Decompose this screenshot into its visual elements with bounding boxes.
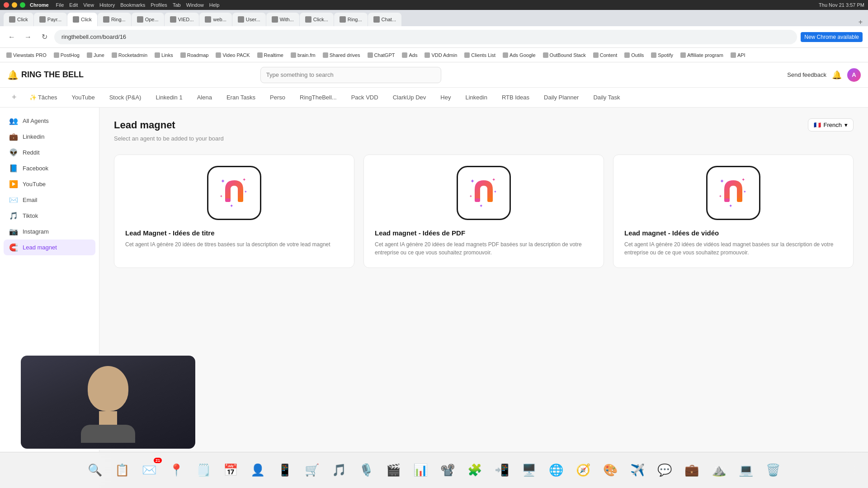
sidebar-item-leadmagnet[interactable]: 🧲 Lead magnet bbox=[4, 239, 95, 255]
bm-links[interactable]: Links bbox=[152, 51, 176, 59]
nav-tab-linkedin1[interactable]: Linkedin 1 bbox=[149, 91, 189, 103]
new-chrome-button[interactable]: New Chrome available bbox=[801, 32, 863, 42]
notifications-button[interactable]: 🔔 bbox=[832, 70, 842, 80]
dock-mail[interactable]: ✉️21 bbox=[137, 459, 161, 482]
bm-ads[interactable]: Ads bbox=[399, 51, 420, 59]
menu-history[interactable]: History bbox=[99, 2, 115, 8]
maximize-btn[interactable] bbox=[20, 2, 25, 8]
bm-content[interactable]: Content bbox=[590, 51, 620, 59]
tab-item-6[interactable]: VIED... bbox=[165, 13, 199, 26]
sidebar-item-reddit[interactable]: 👽 Reddit bbox=[4, 145, 95, 160]
forward-button[interactable]: → bbox=[22, 31, 34, 43]
nav-tab-clarkupdev[interactable]: ClarkUp Dev bbox=[387, 91, 433, 103]
nav-tab-alena[interactable]: Alena bbox=[191, 91, 218, 103]
dock-figma[interactable]: 🎨 bbox=[599, 459, 622, 482]
avatar[interactable]: A bbox=[847, 68, 861, 82]
dock-launchpad[interactable]: 📋 bbox=[110, 459, 134, 482]
agent-card-title-ideas[interactable]: ✦ ✦ ✦ ✦ ✦ bbox=[114, 155, 354, 268]
close-btn[interactable] bbox=[4, 2, 9, 8]
bm-videopack[interactable]: Video PACK bbox=[213, 51, 252, 59]
reload-button[interactable]: ↻ bbox=[38, 31, 51, 43]
tab-item-9[interactable]: With... bbox=[266, 13, 299, 26]
menu-help[interactable]: Help bbox=[209, 2, 220, 8]
dock-screenflow[interactable]: 🖥️ bbox=[517, 459, 541, 482]
bm-brainfm[interactable]: brain.fm bbox=[288, 51, 318, 59]
tab-item-4[interactable]: Ring... bbox=[98, 13, 131, 26]
bm-posthog[interactable]: PostHog bbox=[51, 51, 82, 59]
tab-item-11[interactable]: Ring... bbox=[334, 13, 368, 26]
sidebar-item-facebook[interactable]: 📘 Facebook bbox=[4, 160, 95, 176]
app-logo[interactable]: 🔔 RING THE BELL bbox=[7, 70, 84, 80]
bm-outbound[interactable]: OutBound Stack bbox=[540, 51, 589, 59]
nav-tab-dailytask[interactable]: Daily Task bbox=[587, 91, 626, 103]
nav-tab-hey[interactable]: Hey bbox=[434, 91, 457, 103]
dock-applewatch[interactable]: 📱 bbox=[273, 459, 297, 482]
nav-tab-packvdd[interactable]: Pack VDD bbox=[345, 91, 385, 103]
menu-profiles[interactable]: Profiles bbox=[151, 2, 167, 8]
bm-api[interactable]: API bbox=[728, 51, 748, 59]
sidebar-item-tiktok[interactable]: 🎵 Tiktok bbox=[4, 208, 95, 224]
tab-item-10[interactable]: Click... bbox=[300, 13, 334, 26]
dock-finder[interactable]: 🔍 bbox=[83, 459, 107, 482]
dock-simulator[interactable]: 📲 bbox=[490, 459, 514, 482]
agent-card-pdf-ideas[interactable]: ✦ ✦ ✦ ✦ ✦ bbox=[363, 155, 604, 268]
nav-tab-erantasks[interactable]: Eran Tasks bbox=[220, 91, 262, 103]
dock-numbers[interactable]: 📊 bbox=[409, 459, 432, 482]
language-selector[interactable]: 🇫🇷 French ▾ bbox=[808, 118, 854, 131]
dock-maps[interactable]: 📍 bbox=[165, 459, 188, 482]
nav-tab-stock[interactable]: Stock (P&A) bbox=[103, 91, 148, 103]
bm-rocketadmin[interactable]: Rocketadmin bbox=[109, 51, 150, 59]
dock-slack[interactable]: 💼 bbox=[680, 459, 703, 482]
sidebar-item-linkedin[interactable]: 💼 Linkedin bbox=[4, 129, 95, 145]
dock-podcasts[interactable]: 🎙️ bbox=[354, 459, 378, 482]
minimize-btn[interactable] bbox=[12, 2, 17, 8]
dock-notes[interactable]: 🗒️ bbox=[192, 459, 215, 482]
nav-tab-taches[interactable]: ✨ Tâches bbox=[23, 91, 64, 103]
dock-appstore[interactable]: 🛒 bbox=[300, 459, 324, 482]
bm-vddadmin[interactable]: VDD Admin bbox=[422, 51, 460, 59]
tab-item-5[interactable]: Ope... bbox=[132, 13, 164, 26]
bm-clients[interactable]: Clients List bbox=[462, 51, 498, 59]
sidebar-item-youtube[interactable]: ▶️ YouTube bbox=[4, 176, 95, 192]
bm-spotify[interactable]: Spotify bbox=[648, 51, 676, 59]
add-board-button[interactable]: + bbox=[7, 90, 21, 105]
nav-tab-linkedin[interactable]: Linkedin bbox=[459, 91, 493, 103]
bm-outils[interactable]: Outils bbox=[622, 51, 646, 59]
tab-item-8[interactable]: User... bbox=[232, 13, 266, 26]
sidebar-item-all-agents[interactable]: 👥 All Agents bbox=[4, 113, 95, 129]
menu-window[interactable]: Window bbox=[186, 2, 204, 8]
bm-viewstats[interactable]: Viewstats PRO bbox=[4, 51, 49, 59]
bm-chatgpt[interactable]: ChatGPT bbox=[365, 51, 398, 59]
nav-tab-youtube[interactable]: YouTube bbox=[66, 91, 101, 103]
back-button[interactable]: ← bbox=[5, 31, 18, 43]
menu-file[interactable]: File bbox=[56, 2, 64, 8]
dock-direct[interactable]: 💬 bbox=[653, 459, 676, 482]
dock-contacts[interactable]: 👤 bbox=[246, 459, 269, 482]
dock-safari[interactable]: 🧭 bbox=[571, 459, 595, 482]
address-input[interactable] bbox=[54, 30, 797, 44]
dock-appstore2[interactable]: 🧩 bbox=[463, 459, 486, 482]
menu-view[interactable]: View bbox=[83, 2, 94, 8]
bm-june[interactable]: June bbox=[84, 51, 107, 59]
sidebar-item-instagram[interactable]: 📷 Instagram bbox=[4, 224, 95, 239]
tab-item-2[interactable]: Payr... bbox=[34, 13, 67, 26]
dock-calendar[interactable]: 📅 bbox=[219, 459, 242, 482]
tab-item-12[interactable]: Chat... bbox=[368, 13, 401, 26]
dock-telegram[interactable]: ✈️ bbox=[626, 459, 649, 482]
feedback-button[interactable]: Send feedback bbox=[787, 71, 826, 78]
dock-sequel[interactable]: 💻 bbox=[734, 459, 758, 482]
bm-roadmap[interactable]: Roadmap bbox=[178, 51, 212, 59]
bm-realtime[interactable]: Realtime bbox=[255, 51, 286, 59]
sidebar-item-email[interactable]: ✉️ Email bbox=[4, 192, 95, 208]
bm-shareddrives[interactable]: Shared drives bbox=[320, 51, 363, 59]
bm-adsgoogle[interactable]: Ads Google bbox=[500, 51, 538, 59]
search-input[interactable] bbox=[260, 67, 441, 83]
dock-quicktime[interactable]: 🎬 bbox=[382, 459, 405, 482]
dock-nord[interactable]: ⛰️ bbox=[707, 459, 731, 482]
tab-item-3[interactable]: Click bbox=[67, 13, 97, 26]
menu-tab[interactable]: Tab bbox=[173, 2, 181, 8]
nav-tab-perso[interactable]: Perso bbox=[264, 91, 292, 103]
tab-item-7[interactable]: web... bbox=[199, 13, 231, 26]
agent-card-video-ideas[interactable]: ✦ ✦ ✦ ✦ ✦ bbox=[613, 155, 854, 268]
tab-item-1[interactable]: Click bbox=[4, 13, 33, 26]
